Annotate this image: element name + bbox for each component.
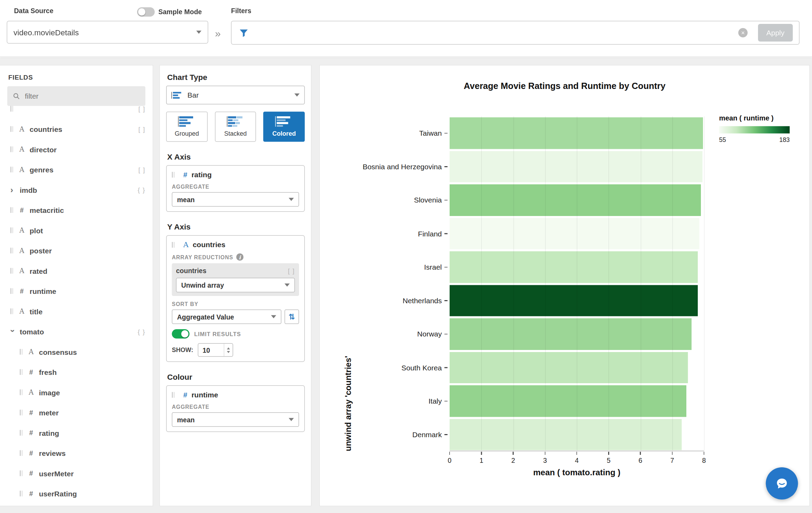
field-item-plot[interactable]: Aplot xyxy=(0,220,153,241)
field-name: reviews xyxy=(39,449,66,457)
show-count-input[interactable] xyxy=(198,345,224,354)
drag-handle-icon xyxy=(10,106,13,112)
field-name: image xyxy=(39,388,60,396)
x-axis-field-chip[interactable]: # rating xyxy=(172,170,299,179)
field-item-fresh[interactable]: #fresh xyxy=(0,362,153,382)
field-item[interactable]: [ ] xyxy=(0,106,153,119)
field-item-title[interactable]: Atitle xyxy=(0,301,153,322)
gridline xyxy=(481,116,482,451)
chat-launcher-button[interactable] xyxy=(766,467,798,500)
step-down-icon[interactable] xyxy=(227,351,230,353)
field-item[interactable]: # xyxy=(0,504,153,506)
field-item-metacritic[interactable]: #metacritic xyxy=(0,200,153,220)
field-item-consensus[interactable]: Aconsensus xyxy=(0,342,153,362)
bar-denmark[interactable] xyxy=(450,419,682,450)
number-type-icon: # xyxy=(27,429,35,437)
bar-netherlands[interactable] xyxy=(450,285,698,316)
bar-italy[interactable] xyxy=(450,385,686,417)
sort-direction-button[interactable]: ⇅ xyxy=(285,309,299,324)
sample-mode-toggle[interactable] xyxy=(137,7,155,17)
filter-bar[interactable]: × Apply xyxy=(231,21,800,45)
x-tick: 6 xyxy=(639,452,642,464)
field-item-tomato[interactable]: ›tomato{ } xyxy=(0,322,153,342)
double-chevron-icon[interactable]: » xyxy=(215,28,221,40)
sort-by-label: SORT BY xyxy=(172,301,299,307)
string-type-icon: A xyxy=(27,388,35,396)
plot-area xyxy=(450,116,704,451)
x-aggregate-value: mean xyxy=(177,196,195,204)
bar-slovenia[interactable] xyxy=(450,184,701,216)
bar-finland[interactable] xyxy=(450,218,699,249)
drag-handle-icon xyxy=(10,207,13,213)
field-name: title xyxy=(30,307,43,315)
field-item-director[interactable]: Adirector xyxy=(0,139,153,160)
bar-chart-icon xyxy=(275,116,293,127)
clear-filter-icon[interactable]: × xyxy=(738,28,748,37)
bar-chart-icon xyxy=(227,116,244,127)
category-label: Slovenia xyxy=(320,183,448,217)
bar-taiwan[interactable] xyxy=(450,117,703,149)
field-type-badge: { } xyxy=(138,186,145,194)
drag-handle-icon xyxy=(20,470,22,476)
sort-by-select[interactable]: Aggregated Value xyxy=(172,309,282,324)
chart-subtype-grouped[interactable]: Grouped xyxy=(166,112,208,142)
field-item-reviews[interactable]: #reviews xyxy=(0,443,153,464)
field-name: metacritic xyxy=(30,206,64,214)
chart-subtype-colored[interactable]: Colored xyxy=(263,112,305,142)
data-source-select[interactable]: video.movieDetails xyxy=(7,21,208,44)
data-source-value: video.movieDetails xyxy=(13,28,79,37)
string-type-icon: A xyxy=(183,241,189,249)
chart-subtypes: GroupedStackedColored xyxy=(166,112,305,142)
chart-subtype-stacked[interactable]: Stacked xyxy=(215,112,256,142)
field-item-rating[interactable]: #rating xyxy=(0,423,153,443)
sort-by-value: Aggregated Value xyxy=(177,313,234,321)
number-type-icon: # xyxy=(18,287,26,295)
field-item-image[interactable]: Aimage xyxy=(0,382,153,403)
toggle-knob xyxy=(138,8,145,16)
field-item-countries[interactable]: Acountries[ ] xyxy=(0,119,153,140)
legend-gradient xyxy=(719,126,790,134)
field-search-input[interactable] xyxy=(24,91,140,101)
step-up-icon[interactable] xyxy=(227,347,230,349)
field-item-userMeter[interactable]: #userMeter xyxy=(0,463,153,484)
field-search-box[interactable] xyxy=(7,86,145,106)
x-axis-field-name: rating xyxy=(191,170,211,179)
apply-filter-button[interactable]: Apply xyxy=(758,24,793,42)
colour-aggregate-select[interactable]: mean xyxy=(172,412,299,427)
field-name: runtime xyxy=(30,287,56,295)
info-icon[interactable]: i xyxy=(236,253,244,261)
field-item-meter[interactable]: #meter xyxy=(0,403,153,423)
field-name: userRating xyxy=(39,489,77,498)
reduction-select[interactable]: Unwind array xyxy=(176,278,295,292)
chevron-down-icon[interactable]: › xyxy=(9,329,17,334)
field-item-userRating[interactable]: #userRating xyxy=(0,484,153,504)
category-label: Finland xyxy=(320,217,448,250)
category-label: South Korea xyxy=(320,351,448,384)
x-tick: 2 xyxy=(511,452,515,464)
chart-type-select[interactable]: Bar xyxy=(166,86,305,105)
field-item-rated[interactable]: Arated xyxy=(0,261,153,281)
colour-field-chip[interactable]: # runtime xyxy=(172,390,299,399)
drag-handle-icon xyxy=(20,450,22,456)
field-item-poster[interactable]: Aposter xyxy=(0,241,153,261)
field-item-runtime[interactable]: #runtime xyxy=(0,281,153,302)
limit-results-toggle[interactable] xyxy=(172,329,190,339)
content-area: FIELDS [ ]Acountries[ ]AdirectorAgenres[… xyxy=(0,58,812,513)
filter-input[interactable] xyxy=(254,21,738,44)
bar-norway[interactable] xyxy=(450,318,691,350)
bar-bosnia-and-herzegovina[interactable] xyxy=(450,151,702,182)
x-aggregate-select[interactable]: mean xyxy=(172,192,299,207)
field-item-imdb[interactable]: ›imdb{ } xyxy=(0,180,153,200)
stepper-buttons[interactable] xyxy=(224,344,233,356)
string-type-icon: A xyxy=(18,247,26,255)
chart-config-panel: Chart Type Bar GroupedStackedColored X A… xyxy=(160,65,312,506)
field-item-genres[interactable]: Agenres[ ] xyxy=(0,160,153,180)
reduction-value: Unwind array xyxy=(181,281,224,289)
drag-handle-icon xyxy=(10,268,13,274)
bar-israel[interactable] xyxy=(450,251,698,283)
bar-south-korea[interactable] xyxy=(450,352,688,383)
chevron-right-icon[interactable]: › xyxy=(10,186,15,194)
field-name: rated xyxy=(30,267,47,275)
category-label: Netherlands xyxy=(320,284,448,317)
y-axis-field-chip[interactable]: A countries xyxy=(172,241,299,249)
